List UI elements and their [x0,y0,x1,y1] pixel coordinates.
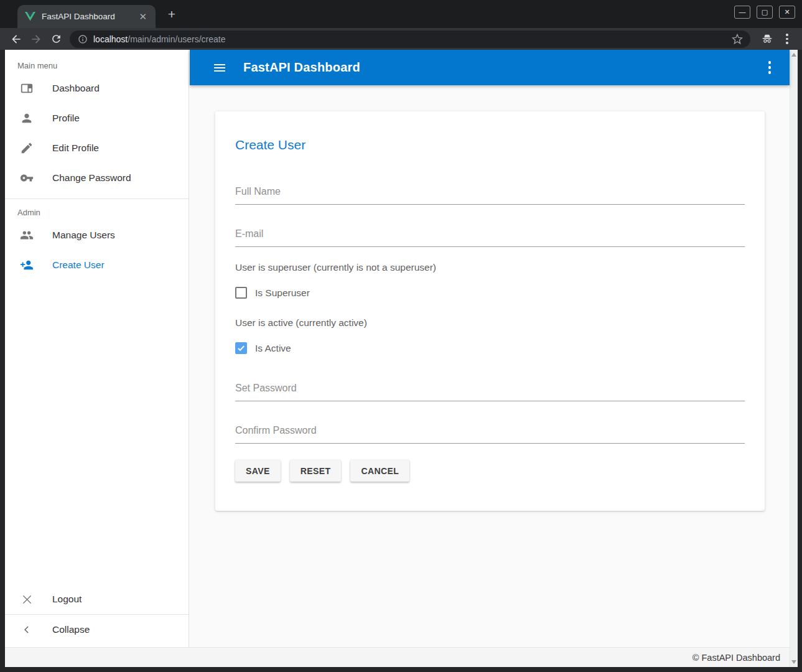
sidebar-item-change-password[interactable]: Change Password [5,163,189,193]
incognito-icon [762,34,773,45]
url-host: localhost [93,34,128,44]
sidebar: Main menu Dashboard Profile Edit Profile [5,50,189,647]
reload-icon[interactable] [50,33,62,45]
browser-tab[interactable]: FastAPI Dashboard ✕ [17,5,156,28]
bookmark-star-icon[interactable] [732,34,743,45]
sidebar-item-label: Change Password [52,172,131,184]
app-menu-icon[interactable] [765,57,775,78]
page-info-icon[interactable] [77,34,88,45]
superuser-hint: User is superuser (currently is not a su… [235,262,745,273]
is-active-checkbox-row[interactable]: Is Active [235,342,745,354]
url-path: /main/admin/users/create [128,34,225,44]
active-hint: User is active (currently active) [235,317,745,329]
key-icon [19,170,34,185]
confirm-password-input[interactable] [235,425,745,444]
browser-menu-icon[interactable] [781,34,793,45]
browser-address-bar: localhost/main/admin/users/create [0,28,802,50]
sidebar-item-edit-profile[interactable]: Edit Profile [5,133,189,163]
sidebar-item-create-user[interactable]: Create User [5,250,189,280]
sidebar-bottom: Logout Collapse [5,584,189,647]
window-controls: — ▢ ✕ [734,6,795,19]
is-active-checkbox[interactable] [235,342,247,354]
sidebar-item-label: Manage Users [52,230,115,241]
scrollbar-up-icon[interactable] [791,53,796,57]
save-button[interactable]: SAVE [235,460,281,482]
sidebar-item-label: Create User [52,259,105,271]
page-title: Create User [235,138,745,152]
maximize-button[interactable]: ▢ [757,6,773,19]
sidebar-item-dashboard[interactable]: Dashboard [5,73,189,103]
footer-text: © FastAPI Dashboard [692,653,780,663]
pencil-icon [19,141,34,156]
close-x-icon [19,592,34,607]
checkbox-label: Is Superuser [255,287,310,299]
main-area: FastAPI Dashboard Create User User is su… [190,50,790,647]
close-button[interactable]: ✕ [779,6,795,19]
is-superuser-checkbox[interactable] [235,287,247,299]
sidebar-item-label: Dashboard [52,83,100,94]
confirm-password-field-wrap [235,425,745,444]
minimize-button[interactable]: — [734,6,750,19]
sidebar-item-label: Profile [52,113,80,124]
sidebar-item-label: Collapse [52,624,90,635]
sidebar-section-main-menu: Main menu [5,50,189,73]
dashboard-icon [19,81,34,96]
person-icon [19,111,34,126]
vue-logo-icon [25,12,35,21]
sidebar-item-label: Logout [52,594,82,605]
email-input[interactable] [235,228,745,247]
app-footer: © FastAPI Dashboard [5,647,790,667]
reset-button[interactable]: RESET [290,460,342,482]
url-text[interactable]: localhost/main/admin/users/create [93,34,732,44]
url-bar[interactable]: localhost/main/admin/users/create [70,30,750,48]
sidebar-section-admin: Admin [5,199,189,220]
sidebar-item-label: Edit Profile [52,142,99,154]
tab-title: FastAPI Dashboard [42,12,136,21]
email-field-wrap [235,228,745,247]
app-title: FastAPI Dashboard [243,60,360,75]
is-superuser-checkbox-row[interactable]: Is Superuser [235,287,745,299]
sidebar-item-manage-users[interactable]: Manage Users [5,220,189,250]
browser-tab-bar: FastAPI Dashboard ✕ + — ▢ ✕ [0,0,802,28]
checkbox-label: Is Active [255,343,291,354]
sidebar-item-profile[interactable]: Profile [5,103,189,133]
tab-close-icon[interactable]: ✕ [136,11,149,22]
set-password-input[interactable] [235,383,745,401]
forward-icon[interactable] [30,33,42,45]
full-name-input[interactable] [235,186,745,205]
scrollbar-down-icon[interactable] [791,660,796,664]
create-user-card: Create User User is superuser (currently… [215,111,765,511]
app-window: Main menu Dashboard Profile Edit Profile [5,50,798,667]
form-actions: SAVE RESET CANCEL [235,460,745,482]
set-password-field-wrap [235,383,745,401]
chevron-left-icon [19,622,34,637]
app-bar: FastAPI Dashboard [190,50,790,85]
new-tab-button[interactable]: + [163,6,180,22]
vertical-scrollbar[interactable] [790,50,798,667]
people-icon [19,228,34,243]
cancel-button[interactable]: CANCEL [350,460,409,482]
person-add-icon [19,258,34,273]
sidebar-item-logout[interactable]: Logout [5,584,189,614]
hamburger-menu-icon[interactable] [212,60,227,75]
full-name-field-wrap [235,186,745,205]
back-icon[interactable] [10,33,22,45]
sidebar-item-collapse[interactable]: Collapse [5,615,189,645]
